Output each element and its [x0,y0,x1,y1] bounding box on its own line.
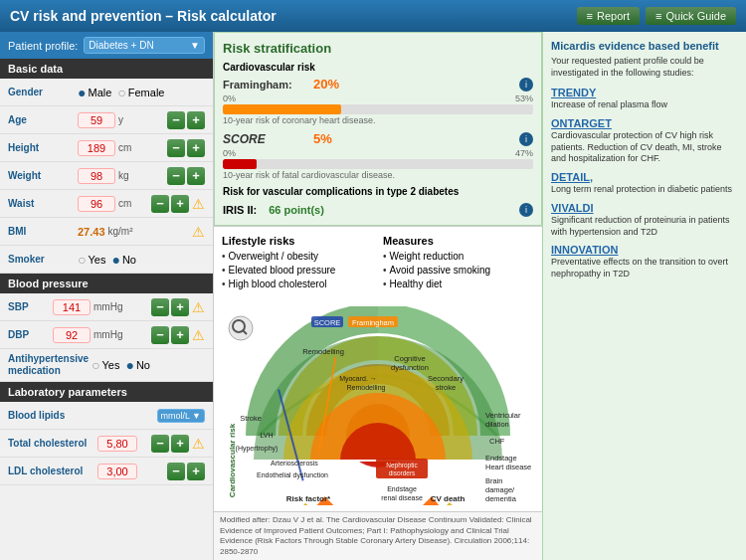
ldl-cholesterol-row: LDL cholesterol − + [0,458,213,485]
svg-text:Remodelling: Remodelling [347,384,386,392]
svg-text:Remodelling: Remodelling [302,347,344,356]
age-row: Age y − + [0,106,213,134]
dbp-decrement[interactable]: − [151,326,169,344]
total-cholesterol-decrement[interactable]: − [151,435,169,453]
height-decrement[interactable]: − [167,139,185,157]
sbp-decrement[interactable]: − [151,298,169,316]
dbp-increment[interactable]: + [171,326,189,344]
dbp-row: DBP mmHg − + ⚠ [0,321,213,349]
chart-section: Stroke LVH (Hypertrophy) Arteriosclerosi… [214,300,542,511]
lifestyle-section: Lifestyle risks •Overweight / obesity •E… [214,226,542,300]
dbp-warning-icon: ⚠ [192,327,205,343]
age-increment[interactable]: + [187,111,205,129]
dbp-input[interactable] [53,327,91,343]
framingham-bar [223,104,533,114]
antihyp-yes-option[interactable]: ○ Yes [92,357,119,373]
waist-row: Waist cm − + ⚠ [0,190,213,218]
smoker-no-option[interactable]: ● No [111,252,136,268]
svg-text:SCORE: SCORE [314,318,341,327]
svg-text:Nephroptic: Nephroptic [386,462,418,469]
weight-stepper: − + [167,167,205,185]
list-item: •Avoid passive smoking [383,265,534,276]
blood-lipids-unit-select[interactable]: mmol/L ▼ [157,409,205,423]
chevron-down-icon: ▼ [190,40,200,51]
iris-info-button[interactable]: i [519,203,533,217]
list-item: •Healthy diet [383,279,534,289]
weight-row: Weight kg − + [0,162,213,190]
svg-text:Endothelial dysfunction: Endothelial dysfunction [257,471,328,479]
svg-text:Endstage: Endstage [387,485,417,493]
vivaldi-label[interactable]: VIVALDI [551,202,594,214]
detail-label[interactable]: DETAIL, [551,171,593,183]
age-input[interactable] [78,112,115,128]
svg-text:Cognitive: Cognitive [394,354,425,363]
sbp-input[interactable] [53,299,91,315]
list-item: •Weight reduction [383,251,534,262]
svg-text:Cardiovascular risk: Cardiovascular risk [228,424,237,498]
header: CV risk and prevention – Risk calculator… [0,0,746,32]
sbp-increment[interactable]: + [171,298,189,316]
report-button[interactable]: ≡ Report [577,7,640,25]
lifestyle-grid: Lifestyle risks •Overweight / obesity •E… [222,235,534,292]
weight-input[interactable] [78,168,115,184]
list-item: •Overweight / obesity [222,251,373,262]
age-decrement[interactable]: − [167,111,185,129]
svg-text:CHF: CHF [489,437,505,446]
smoker-row: Smoker ○ Yes ● No [0,246,213,274]
innovation-label[interactable]: INNOVATION [551,244,618,256]
chart-footer: Modified after: Dzau V J et al. The Card… [214,511,542,560]
lab-params-header: Laboratory parameters [0,382,213,402]
svg-text:(Hypertrophy): (Hypertrophy) [236,445,279,453]
waist-decrement[interactable]: − [151,195,169,213]
ldl-cholesterol-decrement[interactable]: − [167,463,185,480]
ldl-cholesterol-increment[interactable]: + [187,463,205,480]
header-buttons: ≡ Report ≡ Quick Guide [577,7,736,25]
waist-input[interactable] [78,196,115,212]
mid-panel: Risk stratification Cardiovascular risk … [214,32,542,560]
total-chol-warning-icon: ⚠ [192,436,205,452]
dbp-stepper: − + [151,326,189,344]
score-info-button[interactable]: i [519,132,533,146]
antihyp-options: ○ Yes ● No [92,357,150,373]
page-title: CV risk and prevention – Risk calculator [10,8,277,24]
framingham-row: Framingham: 20% i [223,77,533,92]
total-cholesterol-increment[interactable]: + [171,435,189,453]
patient-profile-select[interactable]: Diabetes + DN ▼ [84,37,205,54]
gender-options: ● Male ○ Female [78,85,164,100]
svg-text:Endstage: Endstage [485,454,517,463]
smoker-options: ○ Yes ● No [78,252,136,268]
ontarget-label[interactable]: ONTARGET [551,117,612,129]
evidence-item-vivaldi: VIVALDI Significant reduction of protein… [551,202,738,238]
gender-row: Gender ● Male ○ Female [0,79,213,106]
total-cholesterol-input[interactable] [97,436,137,452]
svg-text:dilation: dilation [485,420,509,429]
waist-increment[interactable]: + [171,195,189,213]
framingham-info-button[interactable]: i [519,78,533,92]
risk-stratification-section: Risk stratification Cardiovascular risk … [214,32,542,226]
blood-lipids-row: Blood lipids mmol/L ▼ [0,402,213,430]
radio-yes-icon: ○ [78,252,86,268]
list-item: •Elevated blood pressure [222,265,373,276]
weight-increment[interactable]: + [187,167,205,185]
radio-no-icon: ● [111,252,119,268]
trendy-label[interactable]: TRENDY [551,87,596,98]
gender-male-option[interactable]: ● Male [78,85,111,100]
menu-icon: ≡ [587,10,593,22]
left-panel: Patient profile: Diabetes + DN ▼ Basic d… [0,32,214,560]
weight-decrement[interactable]: − [167,167,185,185]
gender-female-option[interactable]: ○ Female [117,85,164,100]
right-panel: Micardis evidence based benefit Your req… [542,32,746,560]
quick-guide-button[interactable]: ≡ Quick Guide [646,7,736,25]
antihyp-no-option[interactable]: ● No [125,357,150,373]
age-stepper: − + [167,111,205,129]
score-bar-fill [223,159,257,169]
height-input[interactable] [78,140,115,156]
lifestyle-risks-col: Lifestyle risks •Overweight / obesity •E… [222,235,373,292]
height-increment[interactable]: + [187,139,205,157]
radio-antihyp-no-icon: ● [125,357,133,373]
smoker-yes-option[interactable]: ○ Yes [78,252,105,268]
ldl-cholesterol-input[interactable] [97,464,137,479]
patient-profile-bar: Patient profile: Diabetes + DN ▼ [0,32,213,59]
svg-text:dysfunction: dysfunction [391,363,429,372]
cv-wheel-chart: Stroke LVH (Hypertrophy) Arteriosclerosi… [219,306,537,505]
